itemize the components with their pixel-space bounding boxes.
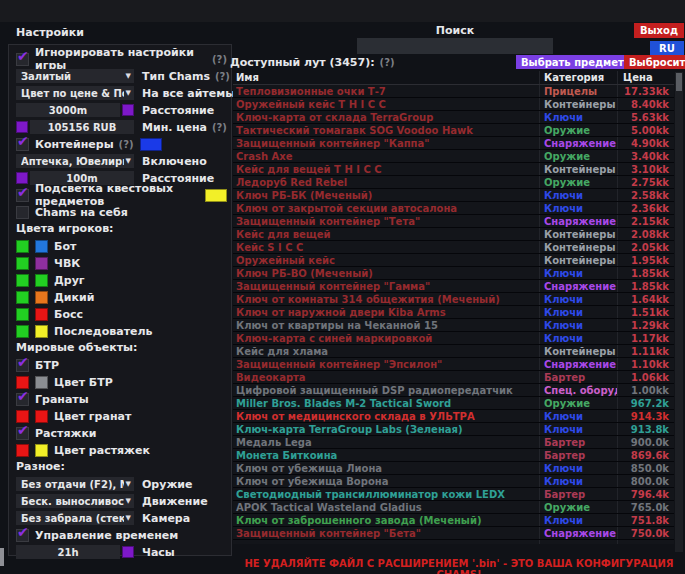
table-row[interactable]: Кейс S I C CКонтейнеры2.05kk <box>233 241 674 254</box>
table-row[interactable]: Ключ-карта с синей маркировкойКлючи1.17k… <box>233 332 674 345</box>
movement-select[interactable]: Беск. выносливость и нет уста▼ <box>16 494 134 508</box>
column-header-category[interactable]: Категория <box>540 71 618 84</box>
hidden-color-swatch[interactable] <box>35 308 48 321</box>
grenade-visible-swatch[interactable] <box>16 410 29 423</box>
color-mode-select[interactable]: Цвет по цене & Пользователь▼ <box>16 86 134 100</box>
min-price-swatch[interactable] <box>16 121 28 133</box>
column-header-price[interactable]: Цена <box>618 71 673 84</box>
scrollbar-thumb[interactable] <box>676 73 682 91</box>
table-row[interactable]: Ключ РБ-ВО (Меченый)Ключи1.85kk <box>233 267 674 280</box>
table-row[interactable]: Ключ от комнаты 314 общежития (Меченый)К… <box>233 293 674 306</box>
edge-handle[interactable] <box>0 548 4 566</box>
visible-color-swatch[interactable] <box>16 325 29 338</box>
visible-color-swatch[interactable] <box>16 274 29 287</box>
hidden-color-swatch[interactable] <box>35 325 48 338</box>
table-row[interactable]: Тепловизионные очки Т-7Прицелы17.33kk <box>233 85 674 98</box>
tripwire-visible-swatch[interactable] <box>16 444 29 457</box>
table-row[interactable]: Защищенный контейнер "Бета"Снаряжение750… <box>233 527 674 540</box>
table-row[interactable]: Crash AxeОружие3.40kk <box>233 150 674 163</box>
table-row[interactable]: APOK Tactical Wasteland GladiusОружие765… <box>233 501 674 514</box>
help-icon[interactable]: (?) <box>212 54 227 65</box>
table-row[interactable]: Ключ от медицинского склада в УЛЬТРАКлюч… <box>233 410 674 423</box>
min-price-input[interactable]: 105156 RUB <box>30 120 134 134</box>
table-row[interactable] <box>233 540 674 544</box>
grenade-hidden-swatch[interactable] <box>35 410 48 423</box>
table-row[interactable]: Ключ РБ-БК (Меченый)Ключи2.58kk <box>233 189 674 202</box>
table-row[interactable]: Монета БиткоинаБартер869.6k <box>233 449 674 462</box>
time-control-checkbox[interactable]: ✔ <box>16 529 29 542</box>
grenades-label: Гранаты <box>35 393 89 406</box>
hidden-color-swatch[interactable] <box>35 274 48 287</box>
chams-type-select[interactable]: Залитый▼ <box>16 69 134 83</box>
help-icon[interactable]: (?) <box>380 57 395 68</box>
table-row[interactable]: Ключ от наружной двери Kiba ArmsКлючи1.5… <box>233 306 674 319</box>
weapon-select[interactable]: Без отдачи (F2), Мгновенное п▼ <box>16 477 134 491</box>
table-row[interactable]: Ключ от заброшенного завода (Меченый)Клю… <box>233 514 674 527</box>
visible-color-swatch[interactable] <box>16 291 29 304</box>
help-icon[interactable]: (?) <box>119 139 134 150</box>
table-row[interactable]: Защищенный контейнер "Каппа"Снаряжение4.… <box>233 137 674 150</box>
table-row[interactable]: Цифровой защищенный DSP радиопередатчикС… <box>233 384 674 397</box>
tripwire-checkbox[interactable]: ✔ <box>16 427 29 440</box>
containers-checkbox[interactable]: ✔ <box>16 138 29 151</box>
hidden-color-swatch[interactable] <box>35 240 48 253</box>
ignore-game-settings-checkbox[interactable]: ✔ <box>16 53 29 66</box>
btr-visible-swatch[interactable] <box>16 376 29 389</box>
distance-color-swatch[interactable] <box>122 104 134 116</box>
table-row[interactable]: Кейс для вещей Т Н I С СКонтейнеры3.10kk <box>233 163 674 176</box>
loot-table: Имя Категория Цена Тепловизионные очки Т… <box>233 71 674 544</box>
exit-button[interactable]: Выход <box>634 23 684 38</box>
help-icon[interactable]: (?) <box>215 71 230 82</box>
table-row[interactable]: Светодиодный трансиллюминатор кожи LEDXБ… <box>233 488 674 501</box>
btr-checkbox[interactable]: ✔ <box>16 359 29 372</box>
help-icon[interactable]: (?) <box>212 122 227 133</box>
camera-select[interactable]: Без забрала (стекло шлема)▼ <box>16 511 134 525</box>
table-row[interactable]: Ключ от квартиры на Чеканной 15Ключи1.29… <box>233 319 674 332</box>
table-row[interactable]: Ледоруб Red RebelОружие2.75kk <box>233 176 674 189</box>
table-row[interactable]: Ключ-карта от склада TerraGroupКлючи5.63… <box>233 111 674 124</box>
item-category: Ключи <box>540 462 618 474</box>
hours-input[interactable]: 21h <box>16 545 120 559</box>
distance-items-swatch[interactable] <box>16 172 28 184</box>
table-row[interactable]: Ключ от убежища ЛионаКлючи850.0k <box>233 462 674 475</box>
item-price: 765.0k <box>618 501 673 513</box>
table-row[interactable]: Тактический томагавк SOG Voodoo HawkОруж… <box>233 124 674 137</box>
containers-color-swatch[interactable] <box>140 138 162 151</box>
table-row[interactable]: Кейс для хламаКонтейнеры1.11kk <box>233 345 674 358</box>
quest-color-swatch[interactable] <box>205 189 227 202</box>
item-name: Ключ от комнаты 314 общежития (Меченый) <box>233 293 540 305</box>
hidden-color-swatch[interactable] <box>35 257 48 270</box>
visible-color-swatch[interactable] <box>16 308 29 321</box>
grenades-checkbox[interactable]: ✔ <box>16 393 29 406</box>
tripwire-hidden-swatch[interactable] <box>35 444 48 457</box>
table-row[interactable]: Защищенный контейнер "Тета"Снаряжение2.1… <box>233 215 674 228</box>
table-scrollbar[interactable] <box>675 72 683 552</box>
column-header-name[interactable]: Имя <box>233 71 540 84</box>
table-row[interactable]: Кейс для вещейКонтейнеры2.08kk <box>233 228 674 241</box>
table-row[interactable]: Защищенный контейнер "Эпсилон"Снаряжение… <box>233 358 674 371</box>
table-row[interactable]: Ключ от убежища ВоронаКлючи800.0k <box>233 475 674 488</box>
table-row[interactable]: Оружейный кейс Т Н I С СКонтейнеры8.40kk <box>233 98 674 111</box>
chams-self-checkbox[interactable] <box>16 206 29 219</box>
table-row[interactable]: Ключ-карта TerraGroup Labs (Зеленая)Ключ… <box>233 423 674 436</box>
table-row[interactable]: Защищенный контейнер "Гамма"Снаряжение1.… <box>233 280 674 293</box>
hours-row: 21h Часы <box>16 545 227 559</box>
category-filter-select[interactable]: Аптечка, Ювелирные и...▼ <box>16 154 134 168</box>
table-row[interactable]: Оружейный кейсКонтейнеры1.95kk <box>233 254 674 267</box>
btr-hidden-swatch[interactable] <box>35 376 48 389</box>
discard-all-button[interactable]: Выбросить все <box>624 55 685 69</box>
visible-color-swatch[interactable] <box>16 257 29 270</box>
table-row[interactable]: Miller Bros. Blades M-2 Tactical SwordОр… <box>233 397 674 410</box>
search-input[interactable] <box>357 38 553 54</box>
quest-highlight-checkbox[interactable]: ✔ <box>16 189 29 202</box>
table-row[interactable]: Медаль LegaБартер900.0k <box>233 436 674 449</box>
table-row[interactable]: ВидеокартаБартер1.06kk <box>233 371 674 384</box>
hidden-color-swatch[interactable] <box>35 291 48 304</box>
hours-color-swatch[interactable] <box>122 546 134 558</box>
language-button[interactable]: RU <box>650 41 684 55</box>
distance-all-input[interactable]: 3000m <box>16 103 120 117</box>
visible-color-swatch[interactable] <box>16 240 29 253</box>
table-row[interactable]: Ключ от закрытой секции автосалонаКлючи2… <box>233 202 674 215</box>
item-price: 2.05kk <box>618 241 673 253</box>
check-icon: ✔ <box>17 185 29 199</box>
